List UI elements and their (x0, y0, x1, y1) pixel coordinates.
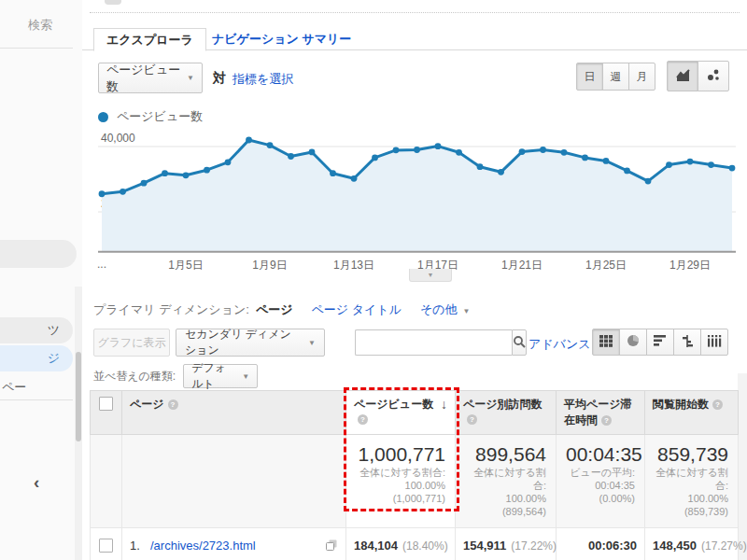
summary-empty-cell (122, 435, 346, 528)
metric-dropdown[interactable]: ページビュー数 ▼ (98, 63, 203, 93)
granularity-day-button[interactable]: 日 (576, 63, 603, 91)
search-icon (513, 335, 526, 351)
scrollbar-thumb[interactable] (76, 352, 81, 441)
sidebar-item-landing-pages[interactable]: ペー (2, 379, 26, 396)
summary-subtext: 100.00% (356, 479, 445, 492)
primary-dimension-page-title-link[interactable]: ページ タイトル (312, 301, 402, 318)
help-icon[interactable]: ? (712, 399, 723, 410)
summary-value: 859,739 (655, 442, 728, 466)
granularity-week-button[interactable]: 週 (602, 63, 629, 91)
x-tick-label: 1月25日 (585, 258, 627, 273)
summary-unique-pageviews: 899,564 全体に対する割合: 100.00% (899,564) (456, 435, 557, 528)
header-unique-pageviews[interactable]: ページ別訪問数? (456, 391, 557, 435)
caret-down-icon: ▼ (242, 372, 249, 381)
table-header-row: ページ? ページビュー数↓ ? ページ別訪問数? 平均ページ滞在時間? 閲覧開始… (91, 391, 739, 435)
motion-chart-view-button[interactable] (698, 61, 729, 91)
header-label: ページビュー数 (354, 398, 433, 411)
tab-explorer[interactable]: エクスプローラ (93, 28, 206, 51)
x-tick-label: 1月13日 (333, 258, 374, 273)
other-link-label: その他 (420, 302, 458, 316)
granularity-group: 日 週 月 (576, 63, 655, 91)
row-pageviews: 184,104(18.40%) (346, 528, 456, 560)
open-page-icon[interactable] (325, 539, 338, 552)
sidebar-divider-bottom (0, 399, 73, 400)
x-tick-label: 1月29日 (669, 258, 711, 273)
table-view-button[interactable] (592, 329, 620, 356)
sidebar: 検索 ツ ジ ペー ‹ (0, 0, 83, 560)
page-link[interactable]: /archives/2723.html (150, 539, 321, 553)
row-unique-pageviews: 154,911(17.22%) (456, 528, 557, 560)
select-all-cell (91, 391, 122, 435)
primary-dimension-other-link[interactable]: その他▼ (420, 301, 471, 318)
comparison-view-button[interactable] (673, 329, 701, 356)
line-chart-view-button[interactable] (667, 61, 698, 91)
vs-label: 対 (213, 70, 226, 87)
sidebar-search-label[interactable]: 検索 (28, 17, 52, 34)
pivot-view-button[interactable] (700, 329, 728, 356)
summary-value: 1,000,771 (356, 442, 445, 466)
header-avg-time[interactable]: 平均ページ滞在時間? (557, 391, 645, 435)
sort-desc-icon: ↓ (441, 397, 447, 412)
table-grid-icon (599, 335, 613, 350)
row-avg-time: 00:06:30 (557, 528, 645, 560)
summary-subtext: ビューの平均: (566, 466, 635, 479)
header-page[interactable]: ページ? (122, 391, 346, 435)
scrollbar[interactable] (75, 287, 82, 560)
pie-chart-icon (627, 334, 640, 350)
percentage-view-button[interactable] (619, 329, 647, 356)
sidebar-item-all-pages[interactable]: ジ (0, 345, 73, 371)
summary-subtext: 100.00% (859,739) (655, 492, 728, 518)
summary-value: 899,564 (465, 442, 546, 466)
row-page-cell: 1. /archives/2723.html (122, 528, 346, 560)
table-row: 1. /archives/2723.html 184,104(18.40%) 1… (91, 528, 739, 560)
search-button[interactable] (512, 329, 527, 356)
chart-legend: ページビュー数 (98, 108, 203, 125)
secondary-dimension-dropdown[interactable]: セカンダリ ディメンション ▼ (176, 329, 325, 357)
panel-handle[interactable] (105, 0, 121, 5)
collapsed-panel-edge (90, 12, 740, 13)
select-all-checkbox[interactable] (99, 397, 113, 411)
tab-navigation-summary[interactable]: ナビゲーション サマリー (200, 28, 363, 49)
caret-down-icon: ▼ (463, 307, 471, 315)
chart-collapse-tab[interactable]: ▼ (409, 269, 452, 282)
sort-type-value: デフォルト (191, 360, 236, 392)
table-search-input[interactable] (355, 329, 512, 356)
summary-subtext: 全体に対する割合: (356, 466, 445, 479)
help-icon[interactable]: ? (467, 414, 477, 425)
horizontal-bars-icon (654, 335, 667, 349)
caret-down-icon: ▼ (308, 339, 316, 347)
primary-dimension-row: プライマリ ディメンション: ページ ページ タイトル その他▼ (93, 301, 470, 318)
metric-value: 154,911 (463, 539, 506, 553)
granularity-month-button[interactable]: 月 (628, 63, 655, 91)
series-label: ページビュー数 (117, 108, 203, 125)
comparison-bars-icon (681, 335, 694, 350)
row-checkbox[interactable] (99, 539, 113, 553)
summary-empty-cell (91, 435, 122, 528)
sort-type-dropdown[interactable]: デフォルト ▼ (183, 364, 258, 388)
sidebar-divider-top (0, 48, 73, 49)
metric-pct: (18.40%) (402, 539, 448, 553)
metric-pct: (17.22%) (511, 539, 557, 553)
y-tick-label: 40,000 (101, 132, 135, 145)
collapse-sidebar-button[interactable]: ‹ (34, 472, 39, 493)
plot-rows-button[interactable]: グラフに表示 (93, 329, 170, 357)
header-pageviews[interactable]: ページビュー数↓ ? (346, 391, 456, 435)
help-icon[interactable]: ? (168, 399, 178, 410)
x-tick-label: 1月5日 (168, 258, 203, 273)
report-tabbar: エクスプローラ ナビゲーション サマリー (82, 28, 747, 50)
x-tick-label: 1月21日 (501, 258, 543, 273)
summary-entrances: 859,739 全体に対する割合: 100.00% (859,739) (645, 435, 739, 528)
performance-view-button[interactable] (646, 329, 674, 356)
advanced-filter-link[interactable]: アドバンス (529, 336, 591, 353)
primary-dimension-page[interactable]: ページ (256, 301, 293, 318)
sidebar-item-section[interactable] (0, 240, 77, 268)
help-icon[interactable]: ? (601, 415, 612, 426)
trend-chart-svg[interactable]: 40,00020,000 (98, 130, 736, 253)
row-rank: 1. (130, 539, 150, 553)
caret-down-icon: ▼ (428, 272, 434, 278)
help-icon[interactable]: ? (358, 414, 368, 425)
header-entrances[interactable]: 閲覧開始数? (645, 391, 739, 435)
select-metric-link[interactable]: 指標を選択 (233, 71, 293, 88)
sidebar-item-site-content[interactable]: ツ (0, 317, 73, 343)
sort-type-label: 並べ替えの種類: (93, 369, 176, 385)
